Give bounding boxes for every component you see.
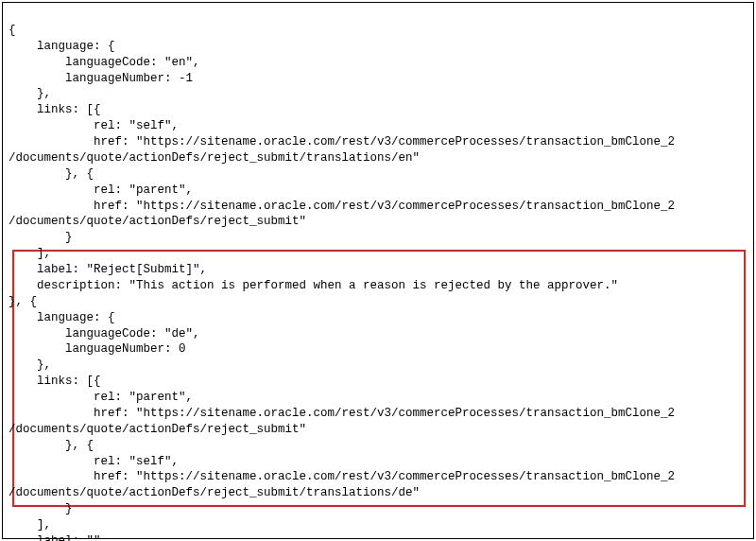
code-line: {: [9, 24, 16, 37]
code-line: }, {: [9, 167, 94, 181]
code-line: rel: "parent",: [9, 391, 193, 404]
code-line: /documents/quote/actionDefs/reject_submi…: [9, 486, 420, 499]
code-line: /documents/quote/actionDefs/reject_submi…: [9, 215, 306, 228]
code-line: rel: "self",: [9, 119, 179, 132]
code-line: },: [9, 358, 51, 372]
code-line: href: "https://sitename.oracle.com/rest/…: [9, 470, 675, 483]
code-line: links: [{: [9, 375, 101, 388]
code-line: label: "",: [9, 534, 108, 541]
code-line: description: "This action is performed w…: [9, 279, 618, 292]
code-line: language: {: [9, 311, 115, 324]
code-line: languageNumber: -1: [9, 72, 193, 85]
code-line: href: "https://sitename.oracle.com/rest/…: [9, 135, 675, 148]
code-line: }: [9, 231, 73, 244]
code-line: href: "https://sitename.oracle.com/rest/…: [9, 407, 675, 420]
code-line: languageCode: "en",: [9, 56, 200, 69]
code-line: label: "Reject[Submit]",: [9, 263, 207, 276]
code-container: { language: { languageCode: "en", langua…: [2, 2, 754, 539]
code-line: /documents/quote/actionDefs/reject_submi…: [9, 151, 420, 165]
code-line: rel: "parent",: [9, 183, 193, 197]
code-line: }, {: [9, 439, 94, 452]
code-line: language: {: [9, 40, 115, 53]
code-line: href: "https://sitename.oracle.com/rest/…: [9, 200, 675, 213]
code-line: },: [9, 87, 51, 100]
code-line: }: [9, 502, 73, 515]
code-block: { language: { languageCode: "en", langua…: [9, 7, 747, 541]
code-line: languageNumber: 0: [9, 342, 186, 356]
code-line: languageCode: "de",: [9, 327, 200, 340]
code-line: ],: [9, 247, 51, 260]
code-line: /documents/quote/actionDefs/reject_submi…: [9, 423, 306, 436]
code-line: }, {: [9, 295, 37, 308]
code-line: rel: "self",: [9, 455, 179, 468]
code-line: ],: [9, 518, 51, 532]
code-line: links: [{: [9, 103, 101, 116]
